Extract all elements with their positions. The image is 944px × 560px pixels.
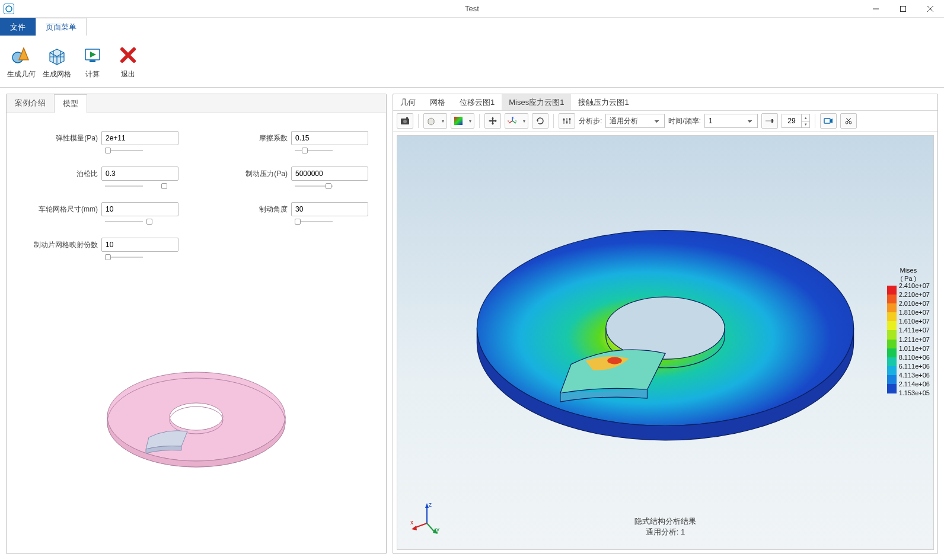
slider-wheel-mesh-size[interactable] xyxy=(105,220,178,223)
svg-point-43 xyxy=(607,357,621,364)
vis-toolbar: ▾ ▾ zxy▾ 分析步: 通用分析 时间/频率: 1 ▴▾ xyxy=(393,111,937,132)
time-freq-select[interactable]: 1 xyxy=(704,114,758,128)
right-panel: 几何 网格 位移云图1 Mises应力云图1 接触压力云图1 ▾ ▾ zxy▾ … xyxy=(393,94,938,554)
result-caption: 隐式结构分析结果 通用分析: 1 xyxy=(634,516,696,537)
titlebar: Test xyxy=(0,0,944,18)
tab-displacement[interactable]: 位移云图1 xyxy=(452,94,502,110)
svg-point-0 xyxy=(6,6,12,12)
svg-text:y: y xyxy=(436,526,439,533)
gen-mesh-button[interactable]: 生成网格 xyxy=(43,43,71,79)
slider-poisson[interactable] xyxy=(105,184,178,188)
clip-button[interactable] xyxy=(840,113,857,129)
result-viewer[interactable]: z x y 隐式结构分析结果 通用分析: 1 Mises ( Pa ) 2.41… xyxy=(397,135,934,550)
maximize-button[interactable] xyxy=(889,0,917,18)
analysis-step-select[interactable]: 通用分析 xyxy=(605,114,665,128)
input-brake-angle[interactable] xyxy=(291,202,368,216)
slider-button[interactable] xyxy=(761,113,778,129)
time-freq-label: 时间/频率: xyxy=(668,116,701,126)
tab-mesh[interactable]: 网格 xyxy=(423,94,452,110)
ribbon: 生成几何 生成网格 计算 退出 xyxy=(0,36,944,88)
svg-text:z: z xyxy=(513,116,515,119)
input-elastic-modulus[interactable] xyxy=(101,131,178,145)
mesh-icon xyxy=(45,43,69,67)
axis-dropdown[interactable]: zxy▾ xyxy=(505,113,528,129)
analysis-step-label: 分析步: xyxy=(579,116,602,126)
form-area: 弹性模量(Pa) 摩擦系数 泊松比 xyxy=(7,113,386,279)
svg-point-14 xyxy=(170,403,223,430)
pan-button[interactable] xyxy=(484,113,501,129)
tab-geometry[interactable]: 几何 xyxy=(393,94,423,110)
svg-rect-34 xyxy=(771,119,773,123)
slider-friction-coeff[interactable] xyxy=(295,149,368,152)
compute-button[interactable]: 计算 xyxy=(78,43,107,79)
exit-button[interactable]: 退出 xyxy=(114,43,142,79)
input-friction-coeff[interactable] xyxy=(291,131,368,145)
svg-text:x: x xyxy=(508,119,509,123)
input-brake-pressure[interactable] xyxy=(291,167,368,181)
svg-rect-19 xyxy=(454,117,463,125)
model-preview xyxy=(7,279,386,553)
field-friction-coeff: 摩擦系数 xyxy=(214,131,368,145)
svg-point-32 xyxy=(569,119,571,120)
render-mode-dropdown[interactable]: ▾ xyxy=(423,113,447,129)
geometry-icon xyxy=(9,43,33,67)
svg-rect-18 xyxy=(406,117,408,119)
svg-text:y: y xyxy=(515,119,517,123)
field-wheel-mesh-size: 车轮网格尺寸(mm) xyxy=(24,202,178,216)
app-icon xyxy=(4,4,14,14)
field-brake-angle: 制动角度 xyxy=(214,202,368,216)
video-button[interactable] xyxy=(820,113,837,129)
minimize-button[interactable] xyxy=(862,0,889,18)
svg-point-31 xyxy=(566,121,568,123)
slider-pad-mesh-map-count[interactable] xyxy=(105,255,178,259)
tab-contact-pressure[interactable]: 接触压力云图1 xyxy=(571,94,636,110)
svg-text:z: z xyxy=(429,501,432,508)
svg-rect-35 xyxy=(824,119,830,123)
svg-point-37 xyxy=(846,121,848,124)
close-button[interactable] xyxy=(917,0,944,18)
colormap-dropdown[interactable]: ▾ xyxy=(451,113,474,129)
axis-triad: z x y xyxy=(409,500,445,535)
svg-rect-2 xyxy=(901,6,906,11)
window-title: Test xyxy=(0,4,944,13)
svg-point-38 xyxy=(849,121,851,124)
left-panel: 案例介绍 模型 弹性模量(Pa) 摩擦系数 xyxy=(6,94,387,554)
exit-icon xyxy=(116,43,140,67)
tab-mises[interactable]: Mises应力云图1 xyxy=(502,94,571,110)
rotate-button[interactable] xyxy=(532,113,548,129)
field-pad-mesh-map-count: 制动片网格映射份数 xyxy=(24,238,178,252)
svg-line-21 xyxy=(509,121,512,123)
slider-brake-pressure[interactable] xyxy=(295,184,368,188)
menu-page[interactable]: 页面菜单 xyxy=(36,18,87,36)
svg-marker-47 xyxy=(412,526,417,530)
svg-rect-9 xyxy=(90,60,95,62)
slider-elastic-modulus[interactable] xyxy=(105,149,178,152)
frame-spinner[interactable]: ▴▾ xyxy=(782,114,810,128)
svg-point-17 xyxy=(403,120,407,123)
svg-text:x: x xyxy=(410,519,413,526)
camera-button[interactable] xyxy=(397,113,413,129)
tab-intro[interactable]: 案例介绍 xyxy=(7,94,54,113)
field-poisson: 泊松比 xyxy=(24,167,178,181)
input-wheel-mesh-size[interactable] xyxy=(101,202,178,216)
menubar: 文件 页面菜单 xyxy=(0,18,944,36)
compute-icon xyxy=(81,43,104,67)
settings-button[interactable] xyxy=(559,113,575,129)
input-poisson[interactable] xyxy=(101,167,178,181)
field-elastic-modulus: 弹性模量(Pa) xyxy=(24,131,178,145)
slider-brake-angle[interactable] xyxy=(295,220,368,223)
tab-model[interactable]: 模型 xyxy=(54,94,87,113)
input-pad-mesh-map-count[interactable] xyxy=(101,238,178,252)
color-legend: Mises ( Pa ) 2.410e+072.210e+072.010e+07… xyxy=(887,266,930,398)
svg-point-30 xyxy=(563,119,565,121)
menu-file[interactable]: 文件 xyxy=(0,18,36,36)
gen-geometry-button[interactable]: 生成几何 xyxy=(7,43,36,79)
field-brake-pressure: 制动压力(Pa) xyxy=(214,167,368,181)
